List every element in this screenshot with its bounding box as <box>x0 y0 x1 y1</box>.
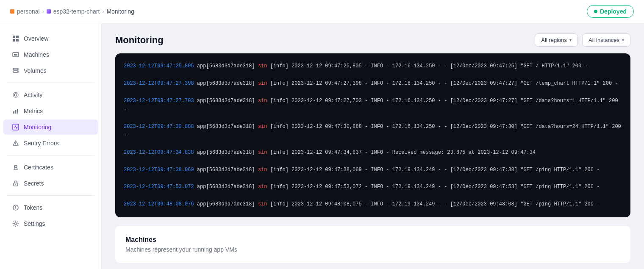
metrics-icon <box>12 107 19 115</box>
breadcrumb-personal[interactable]: personal <box>10 8 40 15</box>
svg-point-18 <box>14 165 17 168</box>
machines-section-title: Machines <box>125 236 620 244</box>
sidebar-label-tokens: Tokens <box>24 204 42 211</box>
regions-filter-label: All regions <box>541 37 567 43</box>
log-line-3: 2023-12-12T09:47:27.703 app[5683d3d7ade3… <box>124 97 622 114</box>
instances-filter-button[interactable]: All instances ▾ <box>582 33 630 47</box>
log-timestamp: 2023-12-12T09:47:34.838 <box>124 150 194 155</box>
sidebar-item-activity[interactable]: Activity <box>3 87 98 103</box>
breadcrumb-app-label: esp32-temp-chart <box>53 8 100 15</box>
sidebar-item-sentry-errors[interactable]: Sentry Errors <box>3 136 98 151</box>
sidebar-item-monitoring[interactable]: Monitoring <box>3 119 98 135</box>
sidebar-divider-3 <box>7 195 94 196</box>
deployed-label: Deployed <box>600 8 627 15</box>
app-icon <box>47 9 51 14</box>
sidebar-label-certificates: Certificates <box>24 164 53 171</box>
machines-section-subtitle: Machines represent your running app VMs <box>125 246 620 253</box>
page-title: Monitoring <box>115 35 164 46</box>
sidebar-label-settings: Settings <box>24 220 45 227</box>
volumes-icon <box>12 67 19 75</box>
svg-rect-2 <box>13 39 15 42</box>
sidebar-group-bottom: 1 Tokens Settings <box>0 200 101 231</box>
main-content: Monitoring All regions ▾ All instances ▾… <box>102 23 644 269</box>
sidebar-item-overview[interactable]: Overview <box>3 31 98 46</box>
sidebar-item-volumes[interactable]: Volumes <box>3 63 98 78</box>
sidebar-item-settings[interactable]: Settings <box>3 216 98 231</box>
layout: Overview Machines <box>0 23 644 269</box>
log-timestamp: 2023-12-12T09:47:27.703 <box>124 98 194 104</box>
breadcrumb-monitoring[interactable]: Monitoring <box>106 8 134 15</box>
log-line-1: 2023-12-12T09:47:25.805 app[5683d3d7ade3… <box>124 62 622 70</box>
log-line-4: 2023-12-12T09:47:30.888 app[5683d3d7ade3… <box>124 122 622 140</box>
breadcrumb: personal › esp32-temp-chart › Monitoring <box>10 8 134 15</box>
log-line-2: 2023-12-12T09:47:27.398 app[5683d3d7ade3… <box>124 79 622 88</box>
machines-icon <box>12 51 19 58</box>
svg-point-11 <box>13 92 18 97</box>
sidebar: Overview Machines <box>0 23 102 269</box>
log-timestamp: 2023-12-12T09:47:30.888 <box>124 124 194 130</box>
deployed-dot-icon <box>594 10 597 13</box>
log-line-8: 2023-12-12T09:48:08.076 app[5683d3d7ade3… <box>124 200 622 208</box>
sidebar-item-machines[interactable]: Machines <box>3 47 98 62</box>
sidebar-label-volumes: Volumes <box>24 67 47 74</box>
topbar: personal › esp32-temp-chart › Monitoring… <box>0 0 644 23</box>
sidebar-label-metrics: Metrics <box>24 108 43 114</box>
sidebar-label-activity: Activity <box>24 92 42 98</box>
svg-rect-0 <box>13 36 15 38</box>
sidebar-group-tertiary: Certificates Secrets <box>0 160 101 191</box>
log-timestamp: 2023-12-12T09:47:27.398 <box>124 80 194 86</box>
machines-section-card: Machines Machines represent your running… <box>115 226 630 263</box>
breadcrumb-sep-1: › <box>42 8 44 14</box>
sidebar-item-certificates[interactable]: Certificates <box>3 160 98 175</box>
regions-filter-button[interactable]: All regions ▾ <box>535 33 578 47</box>
svg-point-8 <box>17 69 18 69</box>
sidebar-label-machines: Machines <box>24 51 49 58</box>
svg-rect-14 <box>17 109 18 114</box>
chevron-down-icon-2: ▾ <box>622 38 624 42</box>
log-terminal[interactable]: 2023-12-12T09:47:25.805 app[5683d3d7ade3… <box>115 53 630 217</box>
certificates-icon <box>12 164 19 171</box>
sidebar-item-secrets[interactable]: Secrets <box>3 176 98 191</box>
tokens-icon: 1 <box>12 204 19 211</box>
chevron-down-icon: ▾ <box>569 38 572 42</box>
svg-point-9 <box>17 71 18 72</box>
breadcrumb-app[interactable]: esp32-temp-chart <box>47 8 100 15</box>
settings-icon <box>12 220 19 227</box>
log-timestamp: 2023-12-12T09:47:38.069 <box>124 167 194 173</box>
svg-text:1: 1 <box>14 206 17 210</box>
svg-rect-1 <box>16 36 19 38</box>
svg-rect-13 <box>15 110 17 114</box>
sidebar-label-sentry-errors: Sentry Errors <box>24 140 58 147</box>
overview-icon <box>12 35 19 42</box>
log-timestamp: 2023-12-12T09:48:08.076 <box>124 201 194 207</box>
filter-buttons: All regions ▾ All instances ▾ <box>535 33 630 47</box>
sentry-icon <box>12 139 19 147</box>
sidebar-group-main: Overview Machines <box>0 31 101 78</box>
sidebar-item-tokens[interactable]: 1 Tokens <box>3 200 98 215</box>
sidebar-group-secondary: Activity Metrics <box>0 87 101 151</box>
page-header: Monitoring All regions ▾ All instances ▾ <box>115 33 630 47</box>
svg-rect-5 <box>14 54 17 55</box>
svg-rect-12 <box>13 111 14 114</box>
svg-point-17 <box>15 144 16 145</box>
breadcrumb-monitoring-label: Monitoring <box>106 8 134 15</box>
breadcrumb-sep-2: › <box>102 8 104 14</box>
activity-icon <box>12 91 19 99</box>
sidebar-divider-1 <box>7 83 94 83</box>
svg-rect-3 <box>16 39 19 42</box>
breadcrumb-personal-label: personal <box>17 8 40 15</box>
sidebar-label-secrets: Secrets <box>24 180 44 187</box>
log-line-7: 2023-12-12T09:47:53.072 app[5683d3d7ade3… <box>124 183 622 191</box>
instances-filter-label: All instances <box>588 37 619 43</box>
svg-point-20 <box>15 184 16 185</box>
svg-point-10 <box>14 94 17 96</box>
log-line-5: 2023-12-12T09:47:34.838 app[5683d3d7ade3… <box>124 148 622 157</box>
sidebar-divider-2 <box>7 155 94 155</box>
monitoring-icon <box>12 123 19 131</box>
svg-point-23 <box>15 223 17 225</box>
sidebar-item-metrics[interactable]: Metrics <box>3 103 98 119</box>
secrets-icon <box>12 180 19 187</box>
sidebar-label-monitoring: Monitoring <box>24 124 51 130</box>
log-line-6: 2023-12-12T09:47:38.069 app[5683d3d7ade3… <box>124 166 622 174</box>
log-timestamp: 2023-12-12T09:47:53.072 <box>124 184 194 190</box>
